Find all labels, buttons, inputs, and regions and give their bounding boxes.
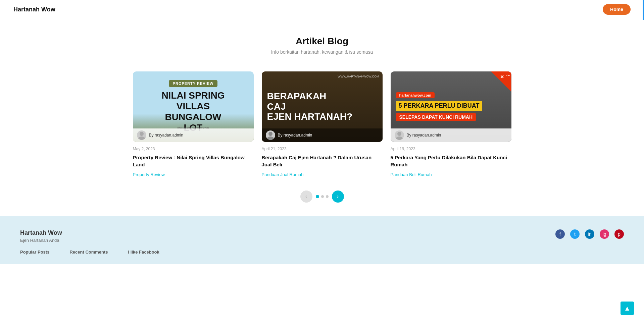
blog-title: Artikel Blog (7, 36, 637, 47)
card-2-date: April 21, 2023 (262, 147, 383, 151)
instagram-icon[interactable]: ig (600, 229, 609, 239)
scrollbar[interactable] (643, 0, 644, 20)
card-1: PROPERTY REVIEW NILAI SPRINGVILLASBUNGAL… (133, 71, 254, 177)
header: Hartanah Wow Home (0, 0, 644, 19)
card-2-avatar (266, 130, 275, 140)
card-2-title: Berapakah Caj Ejen Hartanah ? Dalam Urus… (262, 154, 383, 168)
card-3-category[interactable]: Panduan Beli Rumah (391, 172, 511, 177)
svg-point-3 (267, 137, 274, 140)
card-1-author: By rasyadan.admin (133, 128, 254, 142)
card-1-title: Property Review : Nilai Spring Villas Bu… (133, 154, 254, 168)
card-3-image-title-sub: SELEPAS DAPAT KUNCI RUMAH (396, 113, 476, 121)
pagination-prev-button[interactable]: ‹ (300, 191, 312, 203)
card-3-image-title-main: 5 PERKARA PERLU DIBUAT (396, 101, 482, 111)
blog-hero: Artikel Blog Info berkaitan hartanah, ke… (0, 19, 644, 65)
home-button[interactable]: Home (603, 4, 631, 15)
twitter-icon[interactable]: t (570, 229, 580, 239)
footer-col-facebook: I like Facebook (128, 250, 159, 257)
site-logo: Hartanah Wow (13, 6, 55, 13)
card-1-tag: PROPERTY REVIEW (169, 80, 218, 87)
pagination-dots (316, 195, 329, 198)
card-3-title: 5 Perkara Yang Perlu Dilakukan Bila Dapa… (391, 154, 511, 168)
svg-point-2 (268, 132, 273, 136)
card-3-wave-icon: 〜 (506, 73, 510, 78)
svg-point-5 (396, 137, 403, 140)
cards-container: PROPERTY REVIEW NILAI SPRINGVILLASBUNGAL… (0, 65, 644, 187)
card-3: ✕ 〜 hartanahwow.com 5 PERKARA PERLU DIBU… (391, 71, 511, 177)
card-1-image[interactable]: PROPERTY REVIEW NILAI SPRINGVILLASBUNGAL… (133, 71, 254, 142)
card-2-website: WWW.HARTANAHWOW.COM (338, 75, 379, 78)
card-2-author: By rasyadan.admin (262, 128, 383, 142)
card-1-date: May 2, 2023 (133, 147, 254, 151)
svg-point-1 (138, 137, 145, 140)
footer-brand-name: Hartanah Wow (20, 229, 62, 236)
card-3-date: April 19, 2023 (391, 147, 511, 151)
footer-col1-title: Popular Posts (20, 250, 49, 255)
footer-col3-title: I like Facebook (128, 250, 159, 255)
card-3-author-name: By rasyadan.admin (407, 133, 441, 138)
pagination-next-button[interactable]: › (332, 191, 344, 203)
card-1-category[interactable]: Property Review (133, 172, 254, 177)
card-3-avatar (395, 130, 404, 140)
card-1-author-name: By rasyadan.admin (149, 133, 184, 138)
card-2-category[interactable]: Panduan Jual Rumah (262, 172, 383, 177)
card-2-image[interactable]: WWW.HARTANAHWOW.COM BERAPAKAHCAJEJEN HAR… (262, 71, 383, 142)
linkedin-icon[interactable]: in (585, 229, 594, 239)
card-2: WWW.HARTANAHWOW.COM BERAPAKAHCAJEJEN HAR… (262, 71, 383, 177)
footer-top: Hartanah Wow Ejen Hartanah Anda f t in i… (20, 229, 624, 243)
footer-social: f t in ig p (555, 229, 624, 239)
card-3-author: By rasyadan.admin (391, 128, 511, 142)
pagination: ‹ › (0, 187, 644, 216)
pinterest-icon[interactable]: p (614, 229, 624, 239)
footer-col2-title: Recent Comments (69, 250, 108, 255)
card-1-avatar (137, 130, 146, 140)
card-3-badge: hartanahwow.com (396, 92, 435, 98)
card-2-image-title: BERAPAKAHCAJEJEN HARTANAH? (267, 91, 353, 122)
svg-point-4 (397, 132, 401, 136)
card-3-x-icon: ✕ (500, 74, 504, 79)
footer-columns: Popular Posts Recent Comments I like Fac… (20, 250, 624, 257)
pagination-dot-2[interactable] (321, 195, 324, 198)
footer-brand: Hartanah Wow Ejen Hartanah Anda (20, 229, 62, 243)
facebook-icon[interactable]: f (555, 229, 565, 239)
pagination-dot-3[interactable] (326, 195, 329, 198)
svg-point-0 (140, 132, 144, 136)
pagination-dot-1[interactable] (316, 195, 319, 198)
footer-col-comments: Recent Comments (69, 250, 108, 257)
card-2-author-name: By rasyadan.admin (278, 133, 312, 138)
footer-brand-tagline: Ejen Hartanah Anda (20, 238, 62, 243)
footer: Hartanah Wow Ejen Hartanah Anda f t in i… (0, 216, 644, 264)
footer-col-popular: Popular Posts (20, 250, 49, 257)
blog-subtitle: Info berkaitan hartanah, kewangan & isu … (7, 49, 637, 55)
card-3-image[interactable]: ✕ 〜 hartanahwow.com 5 PERKARA PERLU DIBU… (391, 71, 511, 142)
